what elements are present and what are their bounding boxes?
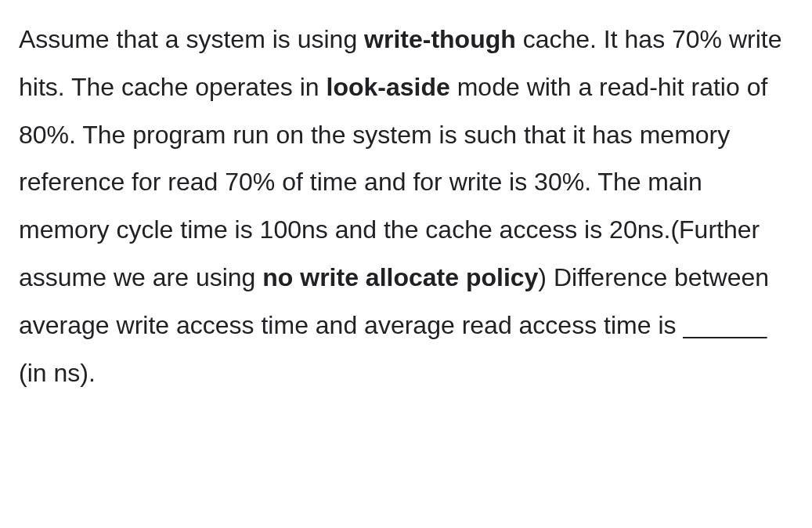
text-segment-3: mode with a read-hit ratio of 80%. The p…	[19, 73, 767, 291]
bold-write-through: write-though	[364, 25, 516, 53]
text-segment-5: (in ns).	[19, 359, 96, 387]
text-segment-1: Assume that a system is using	[19, 25, 364, 53]
question-text: Assume that a system is using write-thou…	[19, 16, 793, 396]
bold-look-aside: look-aside	[327, 73, 450, 101]
bold-no-write-allocate: no write allocate policy	[262, 263, 538, 291]
answer-blank: ______	[683, 311, 767, 339]
